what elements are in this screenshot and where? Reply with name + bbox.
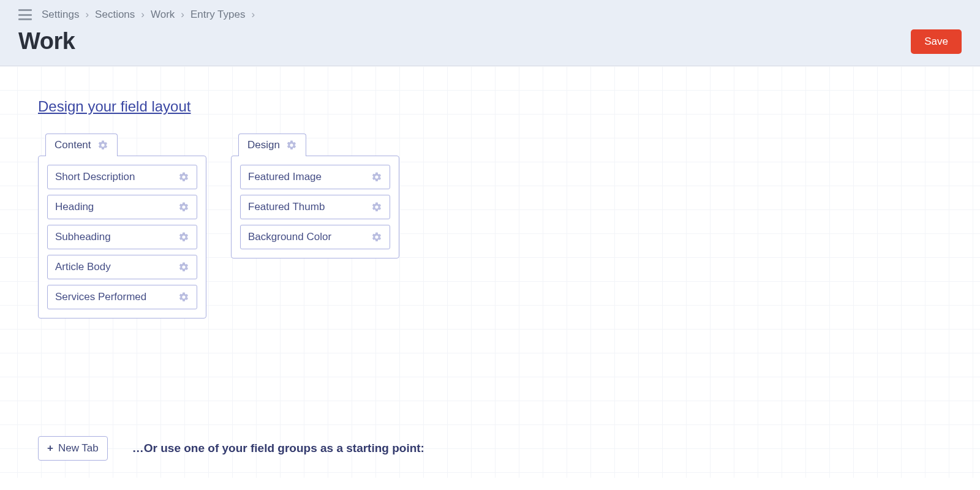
fld-field[interactable]: Featured Image	[240, 165, 390, 189]
crumb-sep: ›	[251, 9, 255, 21]
field-layout-designer: Design your field layout ContentShort De…	[0, 66, 980, 478]
crumb-sep: ›	[141, 9, 145, 21]
gear-icon[interactable]	[178, 292, 189, 303]
fld-field-label: Heading	[55, 201, 94, 213]
crumb-sep: ›	[85, 9, 89, 21]
fld-field-label: Short Description	[55, 171, 135, 183]
gear-icon[interactable]	[97, 140, 108, 151]
crumb-settings[interactable]: Settings	[42, 9, 79, 21]
breadcrumb: Settings › Sections › Work › Entry Types…	[18, 6, 962, 23]
gear-icon[interactable]	[371, 202, 382, 213]
starting-point-text: …Or use one of your field groups as a st…	[132, 442, 424, 455]
fld-field-label: Article Body	[55, 261, 111, 273]
fld-tab-content[interactable]: Content	[45, 134, 118, 156]
crumb-sep: ›	[181, 9, 184, 21]
gear-icon[interactable]	[371, 232, 382, 243]
fld-field-label: Featured Thumb	[248, 201, 325, 213]
fld-tab-label: Design	[247, 139, 280, 151]
crumb-work[interactable]: Work	[151, 9, 175, 21]
fld-field[interactable]: Article Body	[47, 255, 197, 279]
gear-icon[interactable]	[286, 140, 297, 151]
fld-tab-label: Content	[55, 139, 91, 151]
fld-tab-design[interactable]: Design	[238, 134, 306, 156]
fld-field[interactable]: Featured Thumb	[240, 195, 390, 219]
save-button[interactable]: Save	[911, 29, 962, 54]
fld-field[interactable]: Services Performed	[47, 285, 197, 309]
app-header: Settings › Sections › Work › Entry Types…	[0, 0, 980, 66]
gear-icon[interactable]	[371, 172, 382, 183]
gear-icon[interactable]	[178, 232, 189, 243]
crumb-entry-types[interactable]: Entry Types	[190, 9, 245, 21]
fld-tabgroup-content: ContentShort DescriptionHeadingSubheadin…	[38, 134, 206, 318]
plus-icon: +	[47, 442, 53, 454]
fld-field[interactable]: Subheading	[47, 225, 197, 249]
new-tab-button[interactable]: + New Tab	[38, 436, 108, 461]
fld-tabgroup-design: DesignFeatured ImageFeatured ThumbBackgr…	[231, 134, 399, 318]
fld-field-label: Subheading	[55, 231, 111, 243]
gear-icon[interactable]	[178, 262, 189, 273]
hamburger-menu-icon[interactable]	[18, 9, 32, 20]
fld-field-label: Background Color	[248, 231, 331, 243]
fld-field[interactable]: Background Color	[240, 225, 390, 249]
gear-icon[interactable]	[178, 202, 189, 213]
design-field-layout-link[interactable]: Design your field layout	[38, 98, 190, 115]
page-title: Work	[18, 28, 75, 55]
fld-body: Short DescriptionHeadingSubheadingArticl…	[38, 156, 206, 318]
fld-field[interactable]: Short Description	[47, 165, 197, 189]
new-tab-label: New Tab	[58, 442, 99, 454]
gear-icon[interactable]	[178, 172, 189, 183]
fld-field-label: Featured Image	[248, 171, 322, 183]
crumb-sections[interactable]: Sections	[95, 9, 135, 21]
fld-field[interactable]: Heading	[47, 195, 197, 219]
fld-field-label: Services Performed	[55, 291, 146, 303]
fld-body: Featured ImageFeatured ThumbBackground C…	[231, 156, 399, 258]
